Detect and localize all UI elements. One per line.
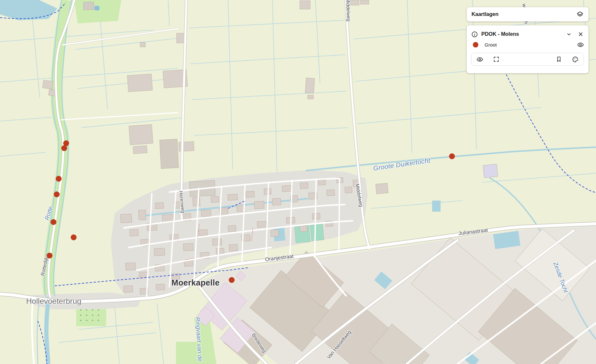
legend-row: Groot	[471, 39, 584, 50]
close-icon[interactable]	[577, 31, 584, 37]
collapse-chevron-icon[interactable]	[566, 31, 572, 37]
molen-marker[interactable]	[51, 219, 56, 225]
molen-marker[interactable]	[56, 176, 62, 182]
layer-panel-header: PDOK - Molens	[471, 29, 584, 39]
molen-marker[interactable]	[54, 191, 60, 197]
eye-icon[interactable]	[577, 41, 584, 48]
palette-icon[interactable]	[572, 56, 579, 63]
layer-panel-title: PDOK - Molens	[481, 31, 566, 37]
molen-marker[interactable]	[71, 234, 77, 240]
eye-icon[interactable]	[476, 56, 483, 63]
kaartlagen-title: Kaartlagen	[472, 11, 499, 17]
molen-marker[interactable]	[47, 253, 52, 259]
zoom-extent-icon[interactable]	[493, 56, 500, 63]
kaartlagen-panel: Kaartlagen	[467, 7, 589, 21]
molen-marker[interactable]	[229, 277, 235, 283]
info-icon[interactable]	[471, 31, 478, 38]
layers-icon[interactable]	[576, 11, 584, 18]
layer-panel: PDOK - Molens Groot	[467, 25, 589, 73]
legend-label: Groot	[485, 42, 577, 48]
legend-color-dot	[473, 42, 478, 48]
molen-marker[interactable]	[449, 153, 455, 159]
bookmark-icon[interactable]	[556, 56, 562, 63]
molen-marker[interactable]	[61, 145, 67, 151]
layer-toolbar	[471, 53, 584, 66]
